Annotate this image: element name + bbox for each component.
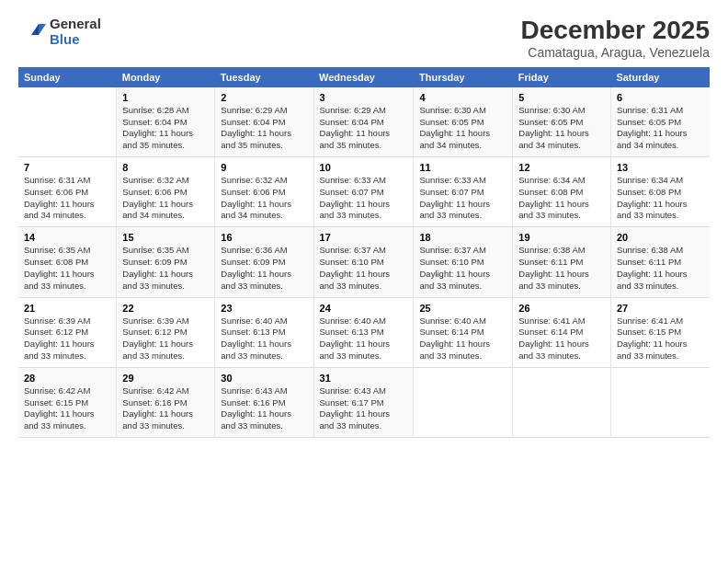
day-info: Sunrise: 6:40 AM Sunset: 6:13 PM Dayligh… [221,316,307,362]
day-number: 17 [320,232,408,243]
col-header-monday: Monday [117,67,215,87]
day-info: Sunrise: 6:42 AM Sunset: 6:15 PM Dayligh… [24,385,110,432]
main-title: December 2025 [521,17,710,45]
svg-marker-1 [31,24,39,35]
day-info: Sunrise: 6:33 AM Sunset: 6:07 PM Dayligh… [320,175,408,222]
day-number: 12 [518,162,605,173]
day-info: Sunrise: 6:30 AM Sunset: 6:05 PM Dayligh… [419,105,506,152]
day-number: 21 [24,303,110,314]
cell-4-4: 24Sunrise: 6:40 AM Sunset: 6:13 PM Dayli… [313,297,414,367]
day-number: 13 [617,162,704,173]
day-info: Sunrise: 6:37 AM Sunset: 6:10 PM Dayligh… [419,245,506,292]
day-info: Sunrise: 6:38 AM Sunset: 6:11 PM Dayligh… [617,245,704,292]
day-info: Sunrise: 6:38 AM Sunset: 6:11 PM Dayligh… [518,245,605,292]
day-number: 20 [617,232,704,243]
logo-general: General [50,17,101,32]
cell-5-7 [610,367,710,437]
day-info: Sunrise: 6:40 AM Sunset: 6:14 PM Dayligh… [419,316,506,362]
day-info: Sunrise: 6:32 AM Sunset: 6:06 PM Dayligh… [221,175,307,222]
title-block: December 2025 Camatagua, Aragua, Venezue… [521,17,710,60]
cell-4-6: 26Sunrise: 6:41 AM Sunset: 6:14 PM Dayli… [513,297,611,367]
day-number: 3 [320,92,408,103]
page: General Blue December 2025 Camatagua, Ar… [0,0,728,563]
day-number: 8 [122,162,209,173]
day-number: 4 [419,92,506,103]
day-number: 9 [221,162,307,173]
day-info: Sunrise: 6:36 AM Sunset: 6:09 PM Dayligh… [221,245,307,292]
day-info: Sunrise: 6:32 AM Sunset: 6:06 PM Dayligh… [122,175,209,222]
day-number: 26 [518,303,605,314]
cell-3-2: 15Sunrise: 6:35 AM Sunset: 6:09 PM Dayli… [117,227,215,297]
logo-blue: Blue [50,32,101,48]
svg-marker-0 [39,24,46,35]
col-header-saturday: Saturday [610,67,710,87]
day-number: 19 [518,232,605,243]
cell-3-6: 19Sunrise: 6:38 AM Sunset: 6:11 PM Dayli… [513,227,611,297]
day-number: 22 [122,303,209,314]
col-header-tuesday: Tuesday [215,67,313,87]
day-number: 23 [221,303,307,314]
cell-1-2: 1Sunrise: 6:28 AM Sunset: 6:04 PM Daylig… [117,87,215,157]
day-info: Sunrise: 6:39 AM Sunset: 6:12 PM Dayligh… [24,316,110,362]
cell-1-4: 3Sunrise: 6:29 AM Sunset: 6:04 PM Daylig… [313,87,414,157]
day-number: 14 [24,232,110,243]
col-header-wednesday: Wednesday [313,67,414,87]
cell-3-5: 18Sunrise: 6:37 AM Sunset: 6:10 PM Dayli… [414,227,513,297]
cell-2-4: 10Sunrise: 6:33 AM Sunset: 6:07 PM Dayli… [313,157,414,227]
day-number: 27 [617,303,704,314]
day-number: 15 [122,232,209,243]
calendar-table: SundayMondayTuesdayWednesdayThursdayFrid… [18,67,710,438]
day-info: Sunrise: 6:33 AM Sunset: 6:07 PM Dayligh… [419,175,506,222]
day-number: 11 [419,162,506,173]
day-number: 7 [24,162,110,173]
cell-3-4: 17Sunrise: 6:37 AM Sunset: 6:10 PM Dayli… [313,227,414,297]
cell-1-3: 2Sunrise: 6:29 AM Sunset: 6:04 PM Daylig… [215,87,313,157]
cell-3-7: 20Sunrise: 6:38 AM Sunset: 6:11 PM Dayli… [610,227,710,297]
day-number: 24 [320,303,408,314]
day-info: Sunrise: 6:41 AM Sunset: 6:14 PM Dayligh… [518,316,605,362]
cell-5-2: 29Sunrise: 6:42 AM Sunset: 6:16 PM Dayli… [117,367,215,437]
day-number: 29 [122,373,209,384]
day-number: 10 [320,162,408,173]
day-info: Sunrise: 6:35 AM Sunset: 6:09 PM Dayligh… [122,245,209,292]
cell-4-1: 21Sunrise: 6:39 AM Sunset: 6:12 PM Dayli… [18,297,117,367]
subtitle: Camatagua, Aragua, Venezuela [521,45,710,60]
week-row-3: 14Sunrise: 6:35 AM Sunset: 6:08 PM Dayli… [18,227,710,297]
cell-5-3: 30Sunrise: 6:43 AM Sunset: 6:16 PM Dayli… [215,367,313,437]
day-info: Sunrise: 6:29 AM Sunset: 6:04 PM Dayligh… [221,105,307,152]
cell-5-4: 31Sunrise: 6:43 AM Sunset: 6:17 PM Dayli… [313,367,414,437]
logo-text: General Blue [50,17,101,47]
day-number: 5 [518,92,605,103]
cell-4-3: 23Sunrise: 6:40 AM Sunset: 6:13 PM Dayli… [215,297,313,367]
day-number: 1 [122,92,209,103]
week-row-1: 1Sunrise: 6:28 AM Sunset: 6:04 PM Daylig… [18,87,710,157]
day-number: 18 [419,232,506,243]
day-number: 30 [221,373,307,384]
day-number: 2 [221,92,307,103]
day-info: Sunrise: 6:28 AM Sunset: 6:04 PM Dayligh… [122,105,209,152]
cell-2-2: 8Sunrise: 6:32 AM Sunset: 6:06 PM Daylig… [117,157,215,227]
day-number: 16 [221,232,307,243]
logo: General Blue [18,17,101,47]
cell-5-5 [414,367,513,437]
cell-3-3: 16Sunrise: 6:36 AM Sunset: 6:09 PM Dayli… [215,227,313,297]
cell-2-1: 7Sunrise: 6:31 AM Sunset: 6:06 PM Daylig… [18,157,117,227]
cell-2-7: 13Sunrise: 6:34 AM Sunset: 6:08 PM Dayli… [610,157,710,227]
cell-1-6: 5Sunrise: 6:30 AM Sunset: 6:05 PM Daylig… [513,87,611,157]
cell-3-1: 14Sunrise: 6:35 AM Sunset: 6:08 PM Dayli… [18,227,117,297]
cell-4-2: 22Sunrise: 6:39 AM Sunset: 6:12 PM Dayli… [117,297,215,367]
day-info: Sunrise: 6:42 AM Sunset: 6:16 PM Dayligh… [122,385,209,432]
week-row-5: 28Sunrise: 6:42 AM Sunset: 6:15 PM Dayli… [18,367,710,437]
day-info: Sunrise: 6:31 AM Sunset: 6:06 PM Dayligh… [24,175,110,222]
col-header-friday: Friday [513,67,611,87]
week-row-4: 21Sunrise: 6:39 AM Sunset: 6:12 PM Dayli… [18,297,710,367]
col-header-thursday: Thursday [414,67,513,87]
day-info: Sunrise: 6:43 AM Sunset: 6:17 PM Dayligh… [320,385,408,432]
week-row-2: 7Sunrise: 6:31 AM Sunset: 6:06 PM Daylig… [18,157,710,227]
day-info: Sunrise: 6:30 AM Sunset: 6:05 PM Dayligh… [518,105,605,152]
day-info: Sunrise: 6:31 AM Sunset: 6:05 PM Dayligh… [617,105,704,152]
cell-2-5: 11Sunrise: 6:33 AM Sunset: 6:07 PM Dayli… [414,157,513,227]
logo-icon [18,18,46,46]
day-number: 28 [24,373,110,384]
day-info: Sunrise: 6:39 AM Sunset: 6:12 PM Dayligh… [122,316,209,362]
